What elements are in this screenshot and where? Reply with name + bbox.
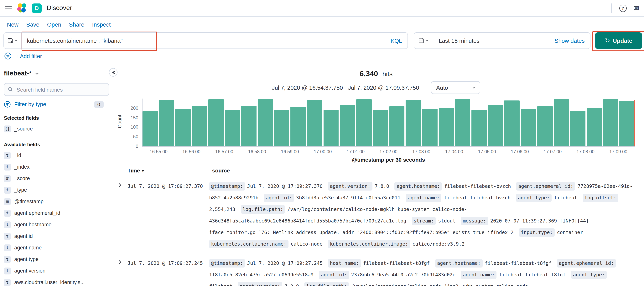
histogram-bar — [521, 109, 536, 146]
histogram-bar — [488, 105, 503, 146]
x-tick-label: 17:08:00 — [576, 149, 594, 154]
doc-timestamp: Jul 7, 2020 @ 17:09:27.245 — [128, 258, 209, 286]
query-row: kubernetes.container.name : "kibana" KQL… — [0, 32, 644, 49]
calendar-button[interactable] — [414, 33, 433, 48]
string-field-icon: t — [4, 256, 11, 263]
histogram-bar — [176, 109, 191, 146]
field-item-_score[interactable]: #_score — [4, 173, 109, 184]
source-field-value: filebeat-filebeat-t8fgf — [499, 272, 566, 278]
x-tick-label: 17:09:00 — [609, 149, 627, 154]
source-field-value: filebeat — [209, 283, 232, 286]
query-bar: kubernetes.container.name : "kibana" KQL — [4, 32, 408, 49]
interval-selected-value: Auto — [436, 84, 448, 91]
nav-item-share[interactable]: Share — [69, 21, 84, 27]
source-field-key: kubernetes.container.name: — [209, 240, 288, 248]
filter-count-badge: 0 — [94, 101, 104, 108]
save-query-button[interactable] — [4, 33, 22, 48]
histogram-bar — [554, 99, 569, 146]
index-pattern-button[interactable]: filebeat-* — [4, 69, 39, 78]
source-field-key: agent.name: — [461, 271, 497, 279]
interval-select[interactable]: Auto — [431, 81, 480, 94]
y-tick-label: 50 — [133, 134, 138, 139]
nav-item-new[interactable]: New — [7, 21, 18, 27]
field-item-_type[interactable]: t_type — [4, 184, 109, 196]
collapse-sidebar-button[interactable] — [109, 68, 118, 77]
selected-fields-heading: Selected fields — [4, 115, 109, 121]
histogram-bar — [620, 101, 635, 146]
field-item-agent.id[interactable]: tagent.id — [4, 231, 109, 242]
update-button[interactable]: ↻ Update — [595, 32, 642, 49]
field-item-agent.hostname[interactable]: tagent.hostname — [4, 219, 109, 230]
date-field-icon: ▦ — [4, 198, 11, 205]
field-item-@timestamp[interactable]: ▦@timestamp — [4, 196, 109, 207]
source-field-key: agent.hostname: — [435, 259, 482, 268]
source-field-key: message: — [461, 217, 488, 225]
source-field-key: agent.type: — [516, 194, 552, 202]
elastic-logo-icon[interactable] — [17, 3, 27, 13]
source-field-key: log.file.path: — [240, 205, 285, 214]
query-input[interactable]: kubernetes.container.name : "kibana" — [22, 37, 385, 44]
filter-icon — [4, 101, 11, 108]
field-item-aws.cloudtrail.user_identity.s...[interactable]: taws.cloudtrail.user_identity.s... — [4, 277, 109, 286]
field-item-_source[interactable]: {}_source — [4, 123, 109, 134]
source-field-key: log.offset: — [582, 194, 618, 202]
discover-app-badge: D — [32, 3, 42, 13]
chevron-down-icon — [35, 71, 39, 76]
histogram-plot[interactable] — [142, 99, 635, 147]
sort-desc-icon: ▾ — [142, 168, 144, 173]
nav-item-save[interactable]: Save — [26, 21, 39, 27]
field-item-agent.name[interactable]: tagent.name — [4, 242, 109, 253]
x-tick-label: 17:01:00 — [347, 149, 364, 154]
field-item-agent.version[interactable]: tagent.version — [4, 265, 109, 276]
hits-row: 6,340 hits — [118, 70, 635, 78]
histogram-bar — [438, 108, 454, 146]
time-range-label[interactable]: Last 15 minutes — [433, 37, 480, 44]
time-column-header[interactable]: Time ▾ — [128, 167, 209, 174]
expand-row-button[interactable] — [118, 258, 128, 286]
source-field-value: 3b8fdd3a-e53e-4a37-9ff4-e0f55a3cd011 — [296, 195, 400, 201]
kibana-discover-page: D Discover ? ✉ NewSaveOpenShareInspect k… — [0, 0, 644, 286]
show-dates-link[interactable]: Show dates — [554, 37, 590, 44]
number-field-icon: # — [4, 175, 11, 182]
field-search-input[interactable] — [4, 83, 109, 96]
date-picker: Last 15 minutes Show dates — [414, 32, 590, 49]
nav-item-inspect[interactable]: Inspect — [92, 21, 111, 27]
histogram-bar — [258, 99, 273, 146]
field-item-_index[interactable]: t_index — [4, 161, 109, 172]
source-field-key: host.name: — [328, 259, 361, 268]
nav-item-open[interactable]: Open — [47, 21, 61, 27]
filter-icon[interactable] — [4, 52, 12, 60]
y-tick-label: 0 — [136, 144, 138, 149]
menu-icon[interactable] — [5, 6, 12, 10]
source-field-key: stream: — [412, 217, 436, 225]
x-tick-label: 17:04:00 — [445, 149, 463, 154]
source-field-value: container — [557, 229, 583, 235]
string-field-icon: t — [4, 233, 11, 240]
histogram-bar — [142, 111, 158, 146]
field-item-agent.ephemeral_id[interactable]: tagent.ephemeral_id — [4, 208, 109, 219]
histogram-bar — [307, 100, 322, 146]
add-filter-link[interactable]: + Add filter — [16, 53, 42, 59]
histogram-bar — [340, 105, 355, 146]
field-label: agent.id — [14, 233, 33, 239]
x-tick-label: 16:55:00 — [150, 149, 168, 154]
y-tick-label: 150 — [130, 115, 138, 120]
kql-language-button[interactable]: KQL — [385, 33, 408, 48]
expand-row-button[interactable] — [118, 181, 128, 250]
field-item-_id[interactable]: t_id — [4, 150, 109, 161]
histogram-bar — [290, 107, 306, 146]
field-label: agent.ephemeral_id — [14, 210, 60, 216]
filter-by-type-button[interactable]: Filter by type 0 — [4, 101, 109, 108]
field-item-agent.type[interactable]: tagent.type — [4, 254, 109, 265]
page-title: Discover — [46, 4, 72, 12]
histogram-bar — [389, 106, 404, 146]
newsfeed-icon[interactable]: ✉ — [634, 5, 639, 11]
field-label: agent.name — [14, 245, 42, 251]
documents-table: Time ▾ _source Jul 7, 2020 @ 17:09:27.37… — [118, 167, 635, 286]
histogram-bar — [373, 110, 388, 146]
histogram-bar — [225, 110, 240, 146]
string-field-icon: t — [4, 244, 11, 251]
field-label: _type — [14, 187, 27, 193]
refresh-icon: ↻ — [605, 37, 610, 44]
help-icon[interactable]: ? — [619, 4, 627, 12]
